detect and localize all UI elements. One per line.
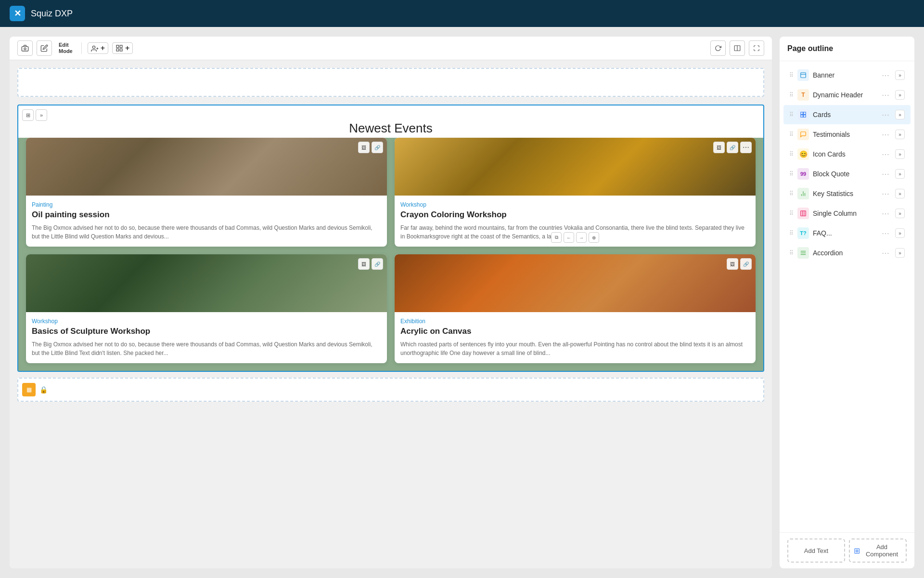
add-component-label: Add Component [862,543,902,558]
svg-rect-8 [120,49,122,51]
section-expand-btn[interactable]: » [36,109,47,121]
outline-item-single-col[interactable]: ⠿ Single Column ⋯ » [783,204,911,223]
dynamic-header-label: Dynamic Header [813,91,876,99]
green-bg: 🖼 🔗 Painting Oil painting session The Bi… [18,138,763,371]
topbar: ✕ Squiz DXP [0,0,924,27]
svg-rect-15 [804,115,806,118]
card-2-category: Workshop [400,201,750,208]
outline-item-dynamic-header[interactable]: ⠿ T Dynamic Header ⋯ » [783,85,911,105]
card-4-image-btn[interactable]: 🖼 [727,258,738,270]
card-1-title: Oil painting session [32,210,381,220]
card-4-image [395,254,756,312]
add-component-button[interactable]: ⊞ Add Component [849,539,907,563]
card-3-image-btn[interactable]: 🖼 [358,258,370,270]
testimonials-icon [797,129,809,140]
card-1-body: Painting Oil painting session The Big Ox… [26,196,387,247]
faq-label: FAQ... [813,229,876,237]
outline-item-cards[interactable]: ⠿ Cards ⋯ » [783,105,911,124]
block-quote-expand[interactable]: » [895,169,905,179]
svg-rect-14 [801,115,803,118]
add-text-label: Add Text [804,547,828,554]
key-stats-menu[interactable]: ⋯ [880,188,891,199]
accordion-expand[interactable]: » [895,248,905,258]
testimonials-menu[interactable]: ⋯ [880,129,891,140]
dynamic-header-menu[interactable]: ⋯ [880,90,891,101]
card-1-image-btn[interactable]: 🖼 [358,142,370,153]
card-4: 🖼 🔗 Exhibition Acrylic on Canvas Which r… [395,254,756,363]
card-2-link-btn[interactable]: 🔗 [727,142,738,153]
testimonials-expand[interactable]: » [895,130,905,139]
card-2-image-btn[interactable]: 🖼 [713,142,725,153]
add-users-plus: + [101,44,105,53]
outline-item-faq[interactable]: ⠿ T? FAQ... ⋯ » [783,223,911,243]
block-quote-icon: 99 [797,168,809,180]
cards-grid: 🖼 🔗 Painting Oil painting session The Bi… [26,138,756,363]
bottom-section: ▦ 🔒 [17,378,764,402]
add-template-plus: + [125,44,129,53]
cards-label: Cards [813,111,876,118]
banner-menu[interactable]: ⋯ [880,70,891,81]
svg-rect-13 [804,112,806,115]
block-quote-menu[interactable]: ⋯ [880,169,891,180]
edit-button[interactable] [37,40,52,56]
svg-rect-11 [801,73,806,78]
split-view-button[interactable] [730,40,745,56]
card-2: 🖼 🔗 ⋯ Workshop Crayon Coloring Workshop … [395,138,756,247]
faq-icon: T? [797,227,809,239]
card-4-category: Exhibition [400,318,750,325]
card-nav: ⧉ ← → ⊕ [551,232,599,243]
cards-menu[interactable]: ⋯ [880,109,891,120]
single-col-expand[interactable]: » [895,209,905,218]
outline-item-banner[interactable]: ⠿ Banner ⋯ » [783,66,911,85]
accordion-menu[interactable]: ⋯ [880,248,891,259]
outline-item-block-quote[interactable]: ⠿ 99 Block Quote ⋯ » [783,164,911,184]
card-2-more-btn[interactable]: ⋯ [740,142,752,153]
outline-item-icon-cards[interactable]: ⠿ 😊 Icon Cards ⋯ » [783,144,911,164]
banner-expand[interactable]: » [895,70,905,80]
card-nav-next[interactable]: → [576,232,587,243]
card-nav-add[interactable]: ⊕ [589,232,599,243]
editor-area: Edit Mode + + [10,37,772,568]
dynamic-header-icon: T [797,89,809,101]
card-1: 🖼 🔗 Painting Oil painting session The Bi… [26,138,387,247]
drag-handle-cards: ⠿ [789,111,794,118]
faq-menu[interactable]: ⋯ [880,228,891,239]
card-2-actions: 🖼 🔗 ⋯ [713,142,752,153]
card-wrapper-1: 🖼 🔗 Painting Oil painting session The Bi… [26,138,387,247]
section-grid-btn[interactable]: ⊞ [22,109,34,121]
add-text-button[interactable]: Add Text [787,539,845,563]
icon-cards-menu[interactable]: ⋯ [880,149,891,160]
camera-button[interactable] [17,40,33,56]
refresh-button[interactable] [710,40,726,56]
svg-rect-19 [801,211,806,216]
card-nav-copy[interactable]: ⧉ [551,232,562,243]
drag-handle-block-quote: ⠿ [789,171,794,177]
card-2-image [395,138,756,196]
outline-item-accordion[interactable]: ⠿ Accordion ⋯ » [783,243,911,263]
faq-expand[interactable]: » [895,228,905,238]
card-1-link-btn[interactable]: 🔗 [372,142,383,153]
fullscreen-button[interactable] [749,40,764,56]
icon-cards-expand[interactable]: » [895,149,905,159]
main-container: Edit Mode + + [0,27,924,578]
card-nav-prev[interactable]: ← [564,232,574,243]
cards-expand[interactable]: » [895,110,905,119]
drag-handle-testimonials: ⠿ [789,131,794,138]
key-stats-expand[interactable]: » [895,189,905,198]
svg-rect-12 [801,112,803,115]
banner-placeholder [17,68,764,97]
outline-item-testimonials[interactable]: ⠿ Testimonials ⋯ » [783,125,911,144]
cards-title: Newest Events [26,113,756,136]
single-col-menu[interactable]: ⋯ [880,208,891,219]
add-users-group[interactable]: + [88,42,108,54]
card-3-link-btn[interactable]: 🔗 [372,258,383,270]
outline-item-key-stats[interactable]: ⠿ Key Statistics ⋯ » [783,184,911,203]
card-4-link-btn[interactable]: 🔗 [740,258,752,270]
svg-rect-0 [22,47,28,51]
accordion-label: Accordion [813,249,876,257]
cards-section: ⊞ » Newest Events 🖼 🔗 [17,105,764,372]
card-2-title: Crayon Coloring Workshop [400,210,750,220]
add-template-group[interactable]: + [112,42,133,54]
dynamic-header-expand[interactable]: » [895,90,905,100]
icon-cards-label: Icon Cards [813,150,876,158]
